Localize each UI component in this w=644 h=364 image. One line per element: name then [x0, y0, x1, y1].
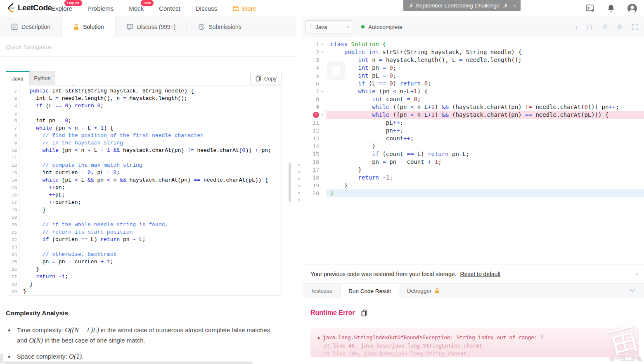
interview-terminal-icon[interactable]	[586, 4, 595, 12]
nav-item-label: Contest	[159, 5, 180, 12]
rocket-icon	[502, 3, 508, 9]
restore-notice-bar: Your previous code was restored from you…	[303, 264, 644, 284]
editor-code-line[interactable]: 13 count++;	[303, 135, 644, 142]
language-select[interactable]: i Java ▾	[305, 20, 353, 33]
collapse-console-chevron-icon[interactable]	[630, 289, 635, 293]
nav-item-mock[interactable]: Mocknew	[129, 5, 144, 12]
editor-code-line[interactable]: 14 }	[303, 142, 644, 150]
tab-run-code-result[interactable]: Run Code Result	[340, 284, 399, 298]
editor-info-icon[interactable]: i	[576, 24, 578, 31]
solution-code-line: 19	[6, 214, 282, 221]
reset-to-default-link[interactable]: Reset to default	[460, 271, 501, 277]
leetcode-logo[interactable]: LeetCode	[7, 2, 52, 13]
code-editor[interactable]: 1▾class Solution {2▾ public int strStr(S…	[303, 37, 644, 264]
solution-code-line: 9 // in the haystack string	[6, 139, 282, 147]
document-icon	[331, 66, 340, 76]
quick-navigation-label[interactable]: Quick Navigation	[0, 37, 296, 50]
solution-code-line: 15 ++pn;	[6, 184, 282, 191]
tab-label: Solution	[83, 24, 104, 30]
solution-code-line: 8 // find the position of the first need…	[6, 132, 282, 139]
notice-close-icon[interactable]: ×	[635, 270, 639, 277]
unlock-icon	[73, 24, 79, 31]
nav-item-label: Store	[242, 5, 256, 12]
top-nav: LeetCode ExploreDay 23ProblemsMocknewCon…	[0, 0, 644, 17]
editor-code-line[interactable]: 11 pL++;	[303, 119, 644, 127]
solution-code-lang-tabs: Java Python	[6, 71, 55, 85]
editor-floating-copy-button[interactable]	[327, 61, 346, 80]
editor-code-line[interactable]: 1▾class Solution {	[303, 40, 644, 48]
error-marker-icon: !	[313, 112, 319, 118]
nav-item-problems[interactable]: Problems	[88, 5, 114, 12]
solution-code-line: 12 // compute the max match string	[6, 162, 282, 169]
fullscreen-icon[interactable]	[632, 24, 638, 30]
tab-submissions[interactable]: Submissions	[187, 17, 252, 37]
tab-label: Submissions	[208, 24, 241, 30]
divider	[0, 56, 296, 57]
tab-solution[interactable]: Solution	[62, 17, 116, 37]
autocomplete-status-dot	[361, 25, 365, 28]
editor-code-line[interactable]: 3 int n = haystack.length(), L = needle.…	[303, 56, 644, 64]
editor-code-line[interactable]: 16 pn = pn - count + 1;	[303, 158, 644, 166]
nav-item-contest[interactable]: Contest	[159, 5, 180, 12]
solution-code-line: 28 }	[6, 281, 282, 288]
rocket-icon	[407, 3, 413, 9]
solution-scrollbar-thumb[interactable]	[289, 163, 291, 202]
solution-code-line: 13 int currLen = 0, pL = 0;	[6, 169, 282, 177]
editor-code-line[interactable]: 8 int count = 0;	[303, 95, 644, 103]
horizontal-scrollbar[interactable]	[4, 362, 253, 364]
editor-code-line[interactable]: 12 pn++;	[303, 127, 644, 135]
leetcode-logo-icon	[7, 2, 16, 13]
autocomplete-toggle[interactable]: Autocomplete	[361, 17, 402, 37]
editor-code-line[interactable]: 15 if (count == L) return pn-L;	[303, 150, 644, 158]
tab-description[interactable]: Description	[0, 17, 62, 37]
solution-code-line: 10 while (pn < n - L + 1 && haystack.cha…	[6, 147, 282, 154]
editor-code-line[interactable]: 17 }	[303, 166, 644, 174]
editor-code-line[interactable]: 19 }	[303, 182, 644, 189]
editor-code-line[interactable]: 5 int pL = 0;	[303, 72, 644, 80]
fold-arrow-icon[interactable]: ▾	[319, 87, 325, 95]
scrollbar-corner	[0, 354, 3, 363]
nav-item-discuss[interactable]: Discuss	[196, 5, 218, 12]
tab-discuss[interactable]: Discuss (999+)	[116, 17, 187, 37]
logo-text: LeetCode	[18, 3, 52, 12]
editor-code-line[interactable]: 7▾ while (pn < n-L+1) {	[303, 87, 644, 95]
nav-item-store[interactable]: Store	[232, 5, 256, 12]
editor-code-line[interactable]: 6 if (L == 0) return 0;	[303, 80, 644, 87]
language-info-icon: i	[310, 24, 312, 30]
challenge-banner[interactable]: September LeetCoding Challenge ×	[403, 0, 521, 11]
notifications-bell-icon[interactable]	[607, 4, 615, 13]
fold-arrow-icon[interactable]: ▾	[319, 111, 325, 119]
lang-tab-java[interactable]: Java	[6, 71, 30, 85]
tab-label: Description	[21, 24, 50, 30]
tab-testcase[interactable]: Testcase	[303, 284, 340, 298]
complexity-list: Time complexity: O((N − L)L) in the wors…	[15, 325, 279, 362]
complexity-heading: Complexity Analysis	[6, 310, 279, 317]
fold-arrow-icon[interactable]: ▾	[319, 48, 325, 56]
nav-item-explore[interactable]: ExploreDay 23	[51, 5, 72, 12]
avatar[interactable]	[627, 3, 637, 14]
copy-button[interactable]: Copy	[250, 72, 282, 85]
settings-gear-icon[interactable]: ⚙	[617, 23, 623, 31]
console-tab-bar: Testcase Run Code Result Debugger	[303, 284, 644, 298]
fold-arrow-icon[interactable]: ▾	[319, 40, 325, 48]
copy-error-icon[interactable]	[361, 310, 367, 317]
editor-code-line[interactable]: 18 return -1;	[303, 174, 644, 182]
expand-caret-icon[interactable]: ▶	[318, 336, 320, 340]
pane-resizer-handle[interactable]	[296, 37, 303, 364]
banner-close-icon[interactable]: ×	[513, 2, 516, 9]
solution-code-block[interactable]: 1class Solution {2 public int strStr(Str…	[6, 85, 282, 295]
error-output-box: ▶java.lang.StringIndexOutOfBoundsExcepti…	[310, 328, 639, 357]
editor-code-line[interactable]: !▾ while ((pn < n-L+1) && (haystack.char…	[303, 111, 644, 119]
editor-code-line[interactable]: 4 int pn = 0;	[303, 64, 644, 72]
reset-code-icon[interactable]: ↺	[602, 23, 608, 31]
editor-code-line[interactable]: 9 while ((pn < n-L+1) && (haystack.charA…	[303, 103, 644, 111]
discuss-icon	[127, 24, 133, 30]
editor-code-line[interactable]: 2▾ public int strStr(String haystack, St…	[303, 48, 644, 56]
solution-code-line: 17 ++currLen;	[6, 199, 282, 206]
top-right-icons	[586, 0, 637, 17]
editor-code-line[interactable]: 20}	[303, 189, 644, 197]
problem-tab-bar: Description Solution Discuss (999+) Subm…	[0, 17, 296, 37]
format-code-icon[interactable]: { }	[587, 24, 593, 30]
tab-debugger[interactable]: Debugger	[399, 284, 447, 298]
lang-tab-python[interactable]: Python	[30, 71, 55, 85]
